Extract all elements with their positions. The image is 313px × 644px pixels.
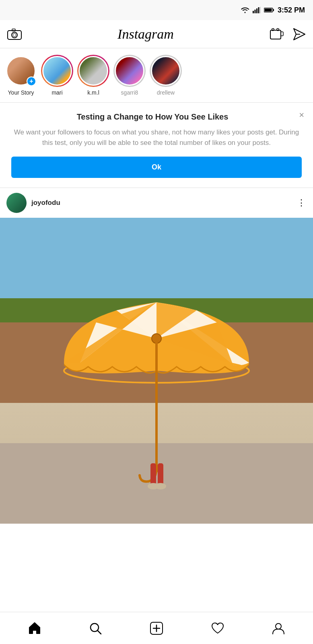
- notification-ok-button[interactable]: Ok: [11, 157, 302, 178]
- story-label-kml: k.m.l: [87, 89, 99, 96]
- story-label-sgarri8: sgarri8: [121, 89, 138, 96]
- nav-likes-button[interactable]: [187, 612, 248, 644]
- status-time: 3:52 PM: [278, 6, 305, 14]
- svg-rect-2: [256, 8, 257, 13]
- bottom-nav: [0, 612, 313, 644]
- svg-point-25: [155, 483, 166, 489]
- story-label-drellew: drellew: [157, 89, 175, 96]
- nav-profile-button[interactable]: [248, 612, 309, 644]
- add-story-button[interactable]: +: [27, 76, 36, 86]
- status-bar: 3:52 PM: [0, 0, 313, 20]
- post-image: [0, 218, 313, 524]
- igtv-icon[interactable]: [270, 28, 284, 41]
- story-ring-kml: [77, 55, 109, 87]
- svg-rect-7: [264, 9, 272, 12]
- post-avatar[interactable]: [6, 193, 27, 213]
- add-post-icon: [150, 621, 163, 635]
- post-container: joyofodu ⋮: [0, 188, 313, 524]
- story-item-sgarri8[interactable]: sgarri8: [113, 55, 146, 96]
- post-more-options-button[interactable]: ⋮: [297, 198, 307, 208]
- story-item-kml[interactable]: k.m.l: [77, 55, 109, 96]
- svg-rect-11: [12, 29, 15, 31]
- svg-point-10: [13, 33, 16, 37]
- nav-add-post-button[interactable]: [126, 612, 187, 644]
- post-username[interactable]: joyofodu: [31, 199, 60, 207]
- svg-line-27: [97, 630, 101, 634]
- umbrella-image: [56, 290, 257, 491]
- svg-rect-1: [254, 10, 255, 13]
- story-ring-sgarri8: [113, 55, 146, 87]
- svg-rect-4: [260, 7, 261, 13]
- story-avatar-wrap-kml: [77, 55, 109, 87]
- top-nav: Instagram: [0, 20, 313, 48]
- story-avatar-wrap-mari: [41, 55, 73, 87]
- camera-icon[interactable]: [7, 28, 22, 40]
- sky-background: [0, 218, 313, 298]
- battery-icon: [264, 7, 274, 13]
- profile-icon: [272, 621, 285, 635]
- story-label-mari: mari: [51, 89, 62, 96]
- svg-point-31: [276, 623, 281, 629]
- story-ring-mari: [41, 55, 73, 87]
- svg-rect-22: [150, 463, 156, 485]
- post-user-info: joyofodu: [6, 193, 60, 213]
- signal-icon: [253, 7, 261, 13]
- notification-title: Testing a Change to How You See Likes: [11, 112, 302, 122]
- svg-rect-14: [272, 28, 274, 31]
- nav-home-button[interactable]: [4, 612, 65, 644]
- story-avatar-wrap-sgarri8: [113, 55, 146, 87]
- story-avatar-sgarri8: [115, 56, 144, 86]
- svg-rect-12: [270, 30, 281, 39]
- notification-banner: × Testing a Change to How You See Likes …: [0, 103, 313, 188]
- story-ring-drellew: [150, 55, 182, 87]
- story-item-your-story[interactable]: + Your Story: [5, 55, 37, 96]
- story-avatar-mari: [42, 56, 72, 86]
- direct-message-icon[interactable]: [293, 28, 306, 41]
- story-avatar-kml: [78, 56, 108, 86]
- svg-rect-0: [253, 11, 254, 13]
- story-avatar-wrap-drellew: [150, 55, 182, 87]
- story-avatar-drellew: [151, 56, 181, 86]
- nav-right-icons: [270, 28, 306, 41]
- heart-icon: [211, 621, 224, 635]
- instagram-logo: Instagram: [117, 27, 174, 42]
- home-icon: [28, 621, 41, 635]
- svg-point-9: [12, 32, 17, 38]
- svg-rect-6: [273, 9, 274, 11]
- stories-row: + Your Story mari k.m.l sgarri8: [0, 48, 313, 103]
- svg-rect-23: [158, 463, 163, 485]
- story-item-mari[interactable]: mari: [41, 55, 73, 96]
- svg-rect-15: [277, 28, 279, 31]
- post-header: joyofodu ⋮: [0, 188, 313, 218]
- story-label-your-story: Your Story: [8, 89, 34, 96]
- svg-rect-3: [258, 7, 259, 13]
- search-icon: [89, 621, 102, 635]
- story-item-drellew[interactable]: drellew: [150, 55, 182, 96]
- status-icons: 3:52 PM: [241, 6, 305, 14]
- story-avatar-wrap-your-story: +: [5, 55, 37, 87]
- close-notification-button[interactable]: ×: [299, 110, 304, 120]
- notification-body: We want your followers to focus on what …: [11, 127, 302, 148]
- wifi-icon: [241, 7, 249, 13]
- nav-search-button[interactable]: [65, 612, 126, 644]
